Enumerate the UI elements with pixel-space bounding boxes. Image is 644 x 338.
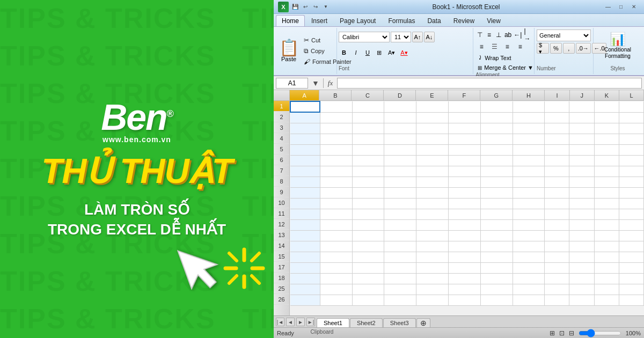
grid-cell[interactable]	[513, 166, 545, 177]
col-header-a[interactable]: A	[290, 90, 319, 100]
grid-cell[interactable]	[290, 112, 320, 123]
grid-cell[interactable]	[545, 155, 569, 166]
grid-cell[interactable]	[619, 262, 643, 273]
row-num-14[interactable]: 14	[274, 240, 289, 251]
grid-cell[interactable]	[416, 241, 449, 252]
number-format-select[interactable]: General	[537, 30, 591, 41]
merge-center-button[interactable]: ⊞ Merge & Center ▼	[475, 63, 532, 72]
grid-cell[interactable]	[416, 284, 449, 295]
grid-cell[interactable]	[545, 284, 569, 295]
grid-cell[interactable]	[480, 273, 513, 284]
grid-cell[interactable]	[352, 209, 384, 219]
grid-cell[interactable]	[384, 219, 416, 230]
grid-cell[interactable]	[619, 155, 643, 166]
col-header-f[interactable]: F	[448, 90, 480, 100]
grid-cell[interactable]	[569, 112, 594, 123]
grid-cell[interactable]	[352, 187, 384, 198]
grid-cell[interactable]	[352, 177, 384, 187]
font-shrink-button[interactable]: A↓	[424, 32, 435, 42]
grid-cell[interactable]	[290, 284, 320, 295]
grid-cell[interactable]	[480, 252, 513, 262]
comma-button[interactable]: ,	[563, 43, 575, 54]
grid-cell[interactable]	[352, 219, 384, 230]
grid-cell[interactable]	[352, 230, 384, 241]
grid-cell[interactable]	[480, 123, 513, 134]
grid-cell[interactable]	[384, 252, 416, 262]
grid-cell[interactable]	[545, 241, 569, 252]
font-grow-button[interactable]: A↑	[412, 32, 423, 42]
col-header-g[interactable]: G	[480, 90, 513, 100]
grid-cell[interactable]	[594, 101, 619, 112]
grid-cell[interactable]	[352, 273, 384, 284]
grid-cell[interactable]	[320, 155, 352, 166]
grid-cell[interactable]	[290, 219, 320, 230]
grid-cell[interactable]	[619, 219, 643, 230]
grid-cell[interactable]	[449, 252, 481, 262]
tab-insert[interactable]: Insert	[305, 15, 333, 26]
cell-reference-box[interactable]: A1	[276, 78, 308, 89]
grid-cell[interactable]	[416, 166, 449, 177]
grid-cell[interactable]	[320, 112, 352, 123]
grid-cell[interactable]	[545, 112, 569, 123]
grid-cell[interactable]	[480, 112, 513, 123]
grid-cell[interactable]	[545, 295, 569, 305]
grid-cell[interactable]	[449, 123, 481, 134]
grid-cell[interactable]	[569, 155, 594, 166]
grid-cell[interactable]	[480, 209, 513, 219]
grid-cell[interactable]	[480, 198, 513, 209]
underline-button[interactable]: U	[362, 47, 373, 58]
grid-cell[interactable]	[513, 112, 545, 123]
formula-input[interactable]	[337, 78, 642, 89]
align-left-button[interactable]: ≡	[475, 41, 487, 52]
align-right-button[interactable]: ≡	[501, 41, 513, 52]
grid-cell[interactable]	[545, 252, 569, 262]
grid-cell[interactable]	[619, 241, 643, 252]
grid-cell[interactable]	[513, 241, 545, 252]
grid-cell[interactable]	[384, 177, 416, 187]
grid-cell[interactable]	[619, 166, 643, 177]
grid-cell[interactable]	[545, 209, 569, 219]
grid-cell[interactable]	[594, 134, 619, 144]
grid-cell[interactable]	[290, 155, 320, 166]
minimize-button[interactable]: —	[602, 3, 614, 11]
grid-cell[interactable]	[513, 262, 545, 273]
wrap-text-button[interactable]: ⤸ Wrap Text	[475, 53, 532, 62]
grid-cell[interactable]	[352, 284, 384, 295]
grid-cell[interactable]	[619, 284, 643, 295]
row-num-25[interactable]: 25	[274, 283, 289, 294]
col-header-d[interactable]: D	[384, 90, 416, 100]
grid-cell[interactable]	[320, 284, 352, 295]
grid-cell[interactable]	[416, 230, 449, 241]
grid-cell[interactable]	[545, 262, 569, 273]
grid-cell[interactable]	[569, 144, 594, 155]
tab-home[interactable]: Home	[276, 15, 305, 26]
grid-cell[interactable]	[352, 134, 384, 144]
grid-cell[interactable]	[352, 295, 384, 305]
row-num-9[interactable]: 9	[274, 187, 289, 197]
grid-cell[interactable]	[619, 177, 643, 187]
grid-cell[interactable]	[619, 134, 643, 144]
grid-cell[interactable]	[449, 112, 481, 123]
grid-cell[interactable]	[569, 273, 594, 284]
grid-cell[interactable]	[480, 101, 513, 112]
indent-dec-button[interactable]: ←|	[513, 30, 522, 40]
grid-cell[interactable]	[594, 187, 619, 198]
grid-cell[interactable]	[619, 144, 643, 155]
text-orient-button[interactable]: ab	[504, 30, 513, 40]
grid-cell[interactable]	[513, 295, 545, 305]
grid-cell[interactable]	[513, 252, 545, 262]
fill-color-button[interactable]: A▾	[386, 47, 397, 58]
grid-cell[interactable]	[384, 262, 416, 273]
percent-button[interactable]: %	[550, 43, 562, 54]
col-header-c[interactable]: C	[352, 90, 384, 100]
row-num-7[interactable]: 7	[274, 165, 289, 176]
align-center-button[interactable]: ☰	[488, 41, 500, 52]
grid-cell[interactable]	[352, 123, 384, 134]
grid-cell[interactable]	[384, 123, 416, 134]
align-bottom-button[interactable]: ⊥	[494, 30, 503, 40]
grid-cell[interactable]	[594, 166, 619, 177]
italic-button[interactable]: I	[350, 47, 361, 58]
grid-cell[interactable]	[352, 144, 384, 155]
grid-cell[interactable]	[320, 166, 352, 177]
conditional-formatting-button[interactable]: 📊 ConditionalFormatting	[601, 30, 634, 62]
